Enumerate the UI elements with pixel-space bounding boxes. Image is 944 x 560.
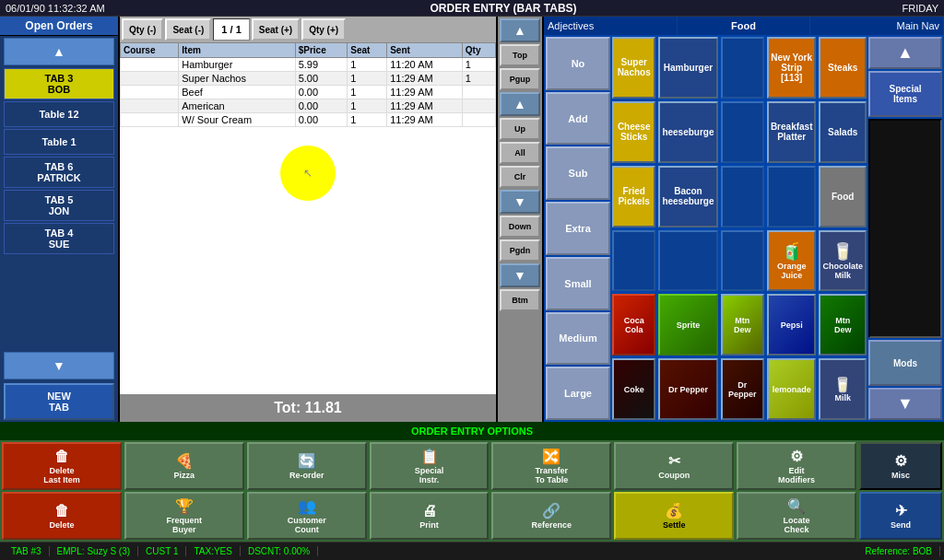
hamburger-btn[interactable]: Hamburger xyxy=(658,37,717,99)
customer-count-btn[interactable]: 👥 CustomerCount xyxy=(247,492,367,540)
empty-btn5 xyxy=(612,230,655,292)
delete-btn[interactable]: 🗑 Delete xyxy=(2,492,122,540)
table-row[interactable]: Beef 0.00 1 11:29 AM xyxy=(121,86,496,99)
empty-btn2 xyxy=(721,101,764,163)
table-row[interactable]: W/ Sour Cream 0.00 1 11:29 AM xyxy=(121,113,496,127)
dr-pepper-diet-btn[interactable]: DrPepper xyxy=(721,358,764,420)
tab-sue[interactable]: TAB 4SUE xyxy=(4,223,114,254)
btm-btn[interactable]: Btm xyxy=(500,289,540,311)
special-icon: 📋 xyxy=(420,448,439,465)
add-btn[interactable]: Add xyxy=(546,92,610,146)
pgup-btn[interactable]: Pgup xyxy=(500,68,540,90)
trash-icon: 🗑 xyxy=(54,449,69,465)
mods-btn[interactable]: Mods xyxy=(868,340,942,386)
pgdn-btn[interactable]: Pgdn xyxy=(500,239,540,262)
medium-btn[interactable]: Medium xyxy=(546,312,610,366)
cheese-sticks-btn[interactable]: CheeseSticks xyxy=(612,101,655,163)
qty-minus-btn[interactable]: Qty (-) xyxy=(122,18,163,41)
main-nav-down-btn[interactable]: ▼ xyxy=(868,388,942,420)
breakfast-platter-btn[interactable]: BreakfastPlatter xyxy=(767,101,817,163)
reference-btn[interactable]: 🔗 Reference xyxy=(491,492,611,540)
tab-jon[interactable]: TAB 5JON xyxy=(4,190,114,221)
mtn-dew2-btn[interactable]: MtnDew xyxy=(819,294,867,356)
tab-patrick[interactable]: TAB 6PATRICK xyxy=(4,157,114,188)
coca-cola-btn[interactable]: CocaCola xyxy=(612,294,655,356)
extra-btn[interactable]: Extra xyxy=(546,202,610,255)
all-btn[interactable]: All xyxy=(500,142,540,164)
tab-table1[interactable]: Table 1 xyxy=(4,129,114,155)
scroll-up-btn[interactable]: ▲ xyxy=(4,38,114,65)
edit-modifiers-btn[interactable]: ⚙ EditModifiers xyxy=(737,442,856,490)
sprite-btn[interactable]: Sprite xyxy=(658,294,717,356)
settle-btn[interactable]: 💰 Settle xyxy=(614,492,734,540)
right-panel: Adjectives Food Main Nav No Add Sub Extr… xyxy=(544,17,944,422)
coke-zero-btn[interactable]: Coke xyxy=(612,358,655,420)
tab-table12[interactable]: Table 12 xyxy=(4,101,114,127)
small-btn[interactable]: Small xyxy=(546,257,610,310)
no-btn[interactable]: No xyxy=(546,37,610,90)
coupon-btn[interactable]: ✂ Coupon xyxy=(614,442,734,490)
milk-btn[interactable]: 🥛 Milk xyxy=(819,358,867,420)
steaks-btn[interactable]: Steaks xyxy=(819,37,867,99)
reorder-btn[interactable]: 🔄 Re-order xyxy=(247,442,367,490)
status-dscnt: DSCNT: 0.00% xyxy=(241,546,318,556)
scroll-arrow-up[interactable]: ▲ xyxy=(500,18,540,42)
chocolate-milk-btn[interactable]: 🥛 ChocolateMilk xyxy=(819,230,867,292)
mtn-dew-btn[interactable]: MtnDew xyxy=(721,294,764,356)
scroll-down-arrow[interactable]: ▼ xyxy=(500,190,540,214)
special-items-btn[interactable]: SpecialItems xyxy=(868,71,942,117)
print-btn[interactable]: 🖨 Print xyxy=(370,492,490,540)
fried-pickles-btn[interactable]: FriedPickels xyxy=(612,166,655,228)
scroll-up-arrow[interactable]: ▲ xyxy=(500,92,540,116)
table-row[interactable]: Super Nachos 5.00 1 11:29 AM 1 xyxy=(121,72,496,86)
cursor-icon: ↖ xyxy=(303,167,313,180)
top-btn[interactable]: Top xyxy=(500,44,540,66)
empty-btn4 xyxy=(767,166,817,228)
new-tab-button[interactable]: NEWTAB xyxy=(4,383,114,420)
locate-check-btn[interactable]: 🔍 LocateCheck xyxy=(737,492,856,540)
col-course: Course xyxy=(121,43,179,58)
open-orders-header: Open Orders xyxy=(0,17,118,36)
cheeseburger-btn[interactable]: heeseburge xyxy=(658,101,717,163)
frequent-buyer-btn[interactable]: 🏆 FrequentBuyer xyxy=(124,492,244,540)
right-panel-header: Adjectives Food Main Nav xyxy=(544,17,944,35)
lemonade-btn[interactable]: lemonade xyxy=(767,358,817,420)
table-row[interactable]: Hamburger 5.99 1 11:20 AM 1 xyxy=(121,58,496,72)
food-btn[interactable]: Food xyxy=(819,166,867,228)
special-instr-btn[interactable]: 📋 SpecialInstr. xyxy=(370,442,490,490)
down-btn[interactable]: Down xyxy=(500,216,540,238)
pizza-btn[interactable]: 🍕 Pizza xyxy=(124,442,244,490)
clr-btn[interactable]: Clr xyxy=(500,166,540,188)
up-btn[interactable]: Up xyxy=(500,118,540,140)
adjectives-label: Adjectives xyxy=(544,17,678,35)
new-york-strip-btn[interactable]: New YorkStrip[113] xyxy=(767,37,817,99)
mainnav-label: Main Nav xyxy=(810,17,944,35)
misc-btn[interactable]: ⚙ Misc xyxy=(859,442,942,490)
scroll-arrow-down[interactable]: ▼ xyxy=(500,263,540,287)
pepsi-btn[interactable]: Pepsi xyxy=(767,294,817,356)
sub-btn[interactable]: Sub xyxy=(546,146,610,200)
col-item: Item xyxy=(179,43,295,58)
tab-table12-label: Table 12 xyxy=(39,109,78,120)
new-tab-label: NEWTAB xyxy=(47,391,71,413)
options-bar: ORDER ENTRY OPTIONS xyxy=(0,422,944,440)
order-table: Course Item $Price Seat Sent Qty Hamburg… xyxy=(120,42,496,394)
super-nachos-btn[interactable]: SuperNachos xyxy=(612,37,655,99)
tab-bob[interactable]: TAB 3BOB xyxy=(4,68,114,99)
seat-minus-btn[interactable]: Seat (-) xyxy=(165,18,211,41)
large-btn[interactable]: Large xyxy=(546,367,610,420)
seat-plus-btn[interactable]: Seat (+) xyxy=(252,18,300,41)
order-controls: Qty (-) Seat (-) 1 / 1 Seat (+) Qty (+) xyxy=(120,17,496,42)
main-nav-up-btn[interactable]: ▲ xyxy=(868,37,942,69)
bacon-cheeseburger-btn[interactable]: Baconheeseburge xyxy=(658,166,717,228)
transfer-btn[interactable]: 🔀 TransferTo Table xyxy=(491,442,611,490)
salads-btn[interactable]: Salads xyxy=(819,101,867,163)
delete-last-item-btn[interactable]: 🗑 DeleteLast Item xyxy=(2,442,122,490)
send-btn[interactable]: ✈ Send xyxy=(859,492,942,540)
delete-icon: 🗑 xyxy=(54,503,69,519)
dr-pepper-btn[interactable]: Dr Pepper xyxy=(658,358,717,420)
scroll-down-btn[interactable]: ▼ xyxy=(4,352,114,379)
table-row[interactable]: American 0.00 1 11:29 AM xyxy=(121,99,496,113)
orange-juice-btn[interactable]: 🧃 OrangeJuice xyxy=(767,230,817,292)
qty-plus-btn[interactable]: Qty (+) xyxy=(301,18,346,41)
